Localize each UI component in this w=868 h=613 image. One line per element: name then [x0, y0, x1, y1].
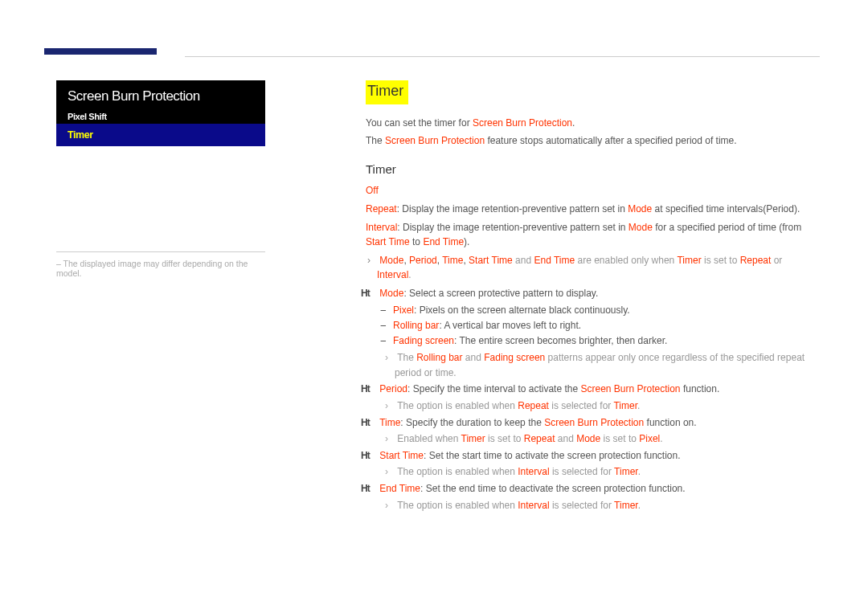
- term: Pixel: [393, 304, 414, 316]
- term-end-time: End Time: [423, 236, 464, 247]
- text: ).: [464, 236, 469, 247]
- t: is set to: [702, 255, 740, 266]
- t: is selected for: [550, 466, 614, 477]
- term: Pixel: [639, 433, 660, 444]
- term: Interval: [377, 269, 408, 280]
- item-end-time: End Time: Set the end time to deactivate…: [377, 481, 812, 513]
- term-repeat: Repeat: [366, 203, 397, 215]
- t: : The entire screen becomes brighter, th…: [454, 335, 667, 346]
- note-rolling-fading: The Rolling bar and Fading screen patter…: [395, 350, 812, 380]
- t: is set to: [600, 433, 639, 444]
- t: : Set the start time to activate the scr…: [424, 450, 681, 461]
- content-column: Timer You can set the timer for Screen B…: [366, 80, 812, 516]
- note: The option is enabled when Interval is s…: [395, 464, 812, 480]
- term: Repeat: [524, 433, 555, 444]
- start-note: The option is enabled when Interval is s…: [377, 464, 812, 480]
- t: or: [771, 255, 782, 266]
- term-start-time: Start Time: [366, 236, 410, 247]
- note-list: Mode, Period, Time, Start Time and End T…: [366, 253, 812, 283]
- text: at specified time intervals(Period).: [652, 203, 800, 215]
- osd-row-pixel-shift: Pixel Shift: [56, 109, 265, 124]
- item-mode: Mode: Select a screen protective pattern…: [377, 286, 812, 381]
- option-off: Off: [366, 183, 812, 198]
- top-rule: [185, 56, 820, 57]
- term: Screen Burn Protection: [580, 383, 680, 394]
- term: Start Time: [379, 450, 424, 461]
- term: Interval: [518, 466, 549, 477]
- t: function on.: [644, 417, 696, 428]
- term: Mode: [576, 433, 600, 444]
- intro-line-1: You can set the timer for Screen Burn Pr…: [366, 116, 812, 131]
- t: is set to: [485, 433, 524, 444]
- t: .: [637, 400, 640, 411]
- t: The option is enabled when: [397, 466, 518, 477]
- t: is selected for: [549, 400, 613, 411]
- t: .: [660, 433, 662, 444]
- subheading-timer: Timer: [366, 160, 812, 178]
- text: feature stops automatically after a spec…: [485, 135, 737, 146]
- intro-line-2: The Screen Burn Protection feature stops…: [366, 133, 812, 149]
- term: Interval: [518, 500, 549, 511]
- term: Rolling bar: [416, 352, 462, 363]
- feature-list: Mode: Select a screen protective pattern…: [366, 286, 812, 513]
- osd-row-timer-selected: Timer: [56, 124, 265, 146]
- term: Mode: [379, 255, 403, 266]
- left-column: Screen Burn Protection Pixel Shift Timer…: [56, 80, 265, 278]
- term: Fading screen: [484, 352, 545, 363]
- osd-screenshot: Screen Burn Protection Pixel Shift Timer: [56, 80, 265, 223]
- term-mode: Mode: [628, 203, 652, 215]
- term: Repeat: [740, 255, 772, 266]
- t: are enabled only when: [575, 255, 677, 266]
- t: : A vertical bar moves left to right.: [439, 320, 581, 331]
- term: End Time: [379, 483, 420, 494]
- term-interval: Interval: [366, 222, 397, 233]
- opt-pixel: Pixel: Pixels on the screen alternate bl…: [393, 303, 812, 318]
- term-sbp: Screen Burn Protection: [385, 135, 485, 146]
- term: End Time: [534, 255, 575, 266]
- note: The option is enabled when Repeat is sel…: [395, 398, 812, 414]
- term: Screen Burn Protection: [544, 417, 644, 428]
- term: Fading screen: [393, 335, 454, 346]
- term: Mode: [379, 288, 403, 299]
- term: Timer: [461, 433, 485, 444]
- term-sbp: Screen Burn Protection: [473, 117, 572, 129]
- opt-rolling: Rolling bar: A vertical bar moves left t…: [393, 318, 812, 333]
- term: Period: [409, 255, 437, 266]
- t: .: [638, 466, 641, 477]
- time-note: Enabled when Timer is set to Repeat and …: [377, 431, 812, 447]
- t: The option is enabled when: [397, 400, 518, 411]
- osd-title: Screen Burn Protection: [56, 80, 265, 109]
- t: and: [555, 433, 576, 444]
- osd-row-blank: [56, 146, 265, 223]
- disclaimer-text: The displayed image may differ depending…: [56, 259, 265, 278]
- text: : Display the image retention-preventive…: [397, 222, 628, 233]
- text: to: [410, 236, 424, 247]
- term: Timer: [677, 255, 701, 266]
- left-divider: [56, 251, 265, 252]
- text: : Display the image retention-preventive…: [397, 203, 628, 215]
- t: The: [397, 352, 416, 363]
- t: Enabled when: [397, 433, 461, 444]
- term: Start Time: [469, 255, 513, 266]
- term: Rolling bar: [393, 320, 439, 331]
- item-time: Time: Specify the duration to keep the S…: [377, 415, 812, 447]
- end-note: The option is enabled when Interval is s…: [377, 498, 812, 513]
- note-enabled-when: Mode, Period, Time, Start Time and End T…: [377, 253, 812, 283]
- accent-bar: [44, 48, 157, 55]
- term: Time: [442, 255, 463, 266]
- text: You can set the timer for: [366, 117, 473, 129]
- period-note: The option is enabled when Repeat is sel…: [377, 398, 812, 414]
- note: The option is enabled when Interval is s…: [395, 498, 812, 513]
- opt-fading: Fading screen: The entire screen becomes…: [393, 333, 812, 349]
- t: The option is enabled when: [397, 500, 518, 511]
- item-period: Period: Specify the time interval to act…: [377, 382, 812, 413]
- item-start-time: Start Time: Set the start time to activa…: [377, 448, 812, 480]
- t: is selected for: [550, 500, 614, 511]
- section-heading: Timer: [366, 80, 408, 104]
- t: function.: [681, 383, 720, 394]
- t: : Pixels on the screen alternate black c…: [414, 304, 630, 316]
- mode-options: Pixel: Pixels on the screen alternate bl…: [377, 303, 812, 348]
- t: : Specify the time interval to activate …: [407, 383, 580, 394]
- option-interval: Interval: Display the image retention-pr…: [366, 220, 812, 250]
- t: and: [463, 352, 485, 363]
